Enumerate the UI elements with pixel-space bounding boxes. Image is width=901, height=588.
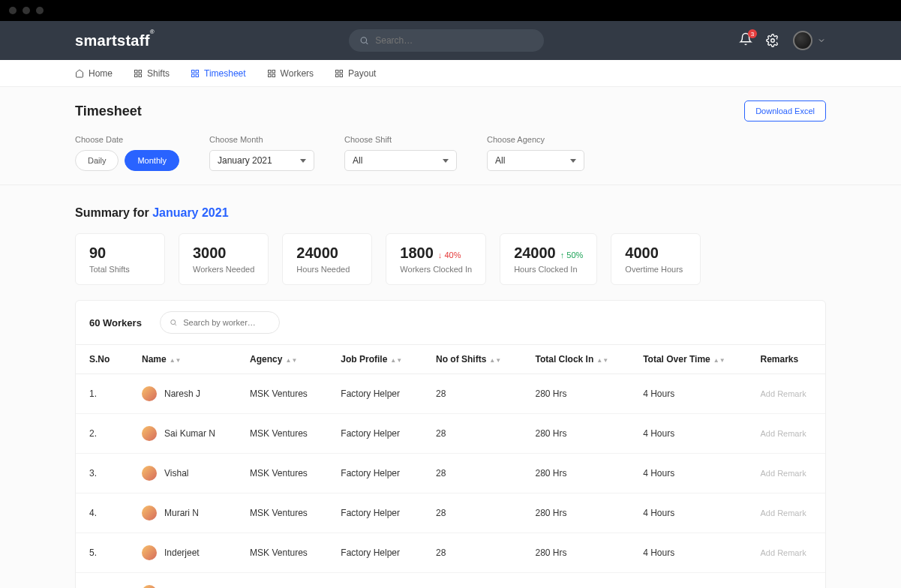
toggle-daily[interactable]: Daily [75, 150, 119, 171]
workers-icon [267, 69, 276, 78]
cell-clockin: 280 Hrs [521, 533, 629, 573]
cell-job: Factory Helper [327, 573, 422, 589]
download-excel-button[interactable]: Download Excel [744, 100, 826, 122]
traffic-light-max[interactable] [36, 7, 44, 14]
add-remark-link[interactable]: Add Remark [761, 508, 806, 518]
caret-down-icon [570, 159, 576, 163]
cell-name: Murari N [128, 494, 236, 533]
traffic-light-close[interactable] [9, 7, 17, 14]
window-chrome [0, 0, 901, 21]
cell-agency: MSK Ventures [236, 454, 327, 494]
cell-sno: 5. [76, 533, 128, 573]
home-icon [75, 69, 84, 78]
svg-rect-5 [139, 74, 142, 77]
notifications-button[interactable]: 3 [739, 32, 752, 49]
add-remark-link[interactable]: Add Remark [761, 548, 806, 557]
traffic-light-min[interactable] [23, 7, 30, 14]
svg-rect-10 [192, 74, 195, 77]
table-section: 60 Workers S.No Name▲▼ Agency▲▼ Job Prof… [75, 300, 826, 588]
filter-choose-agency: Choose Agency All [487, 135, 584, 171]
summary-section: Summary for January 2021 90 Total Shifts… [0, 185, 901, 300]
add-remark-link[interactable]: Add Remark [761, 469, 806, 478]
user-menu[interactable] [793, 31, 826, 50]
svg-rect-9 [196, 74, 199, 77]
table-row[interactable]: 6. Arun Kumar MSK Ventures Factory Helpe… [76, 573, 825, 589]
col-sno[interactable]: S.No [76, 345, 128, 374]
svg-point-0 [362, 38, 367, 43]
svg-rect-8 [196, 70, 199, 73]
row-avatar [142, 426, 157, 441]
worker-name: Vishal [164, 468, 188, 478]
card-value: 1800↓ 40% [400, 244, 472, 262]
search-icon [359, 35, 369, 46]
col-overtime[interactable]: Total Over Time▲▼ [629, 345, 746, 374]
col-agency[interactable]: Agency▲▼ [236, 345, 327, 374]
nav-workers[interactable]: Workers [267, 68, 314, 79]
nav-payout[interactable]: Payout [335, 68, 376, 79]
cell-name: Inderjeet [128, 533, 236, 573]
table-row[interactable]: 4. Murari N MSK Ventures Factory Helper … [76, 494, 825, 533]
filter-choose-date: Choose Date Daily Monthly [75, 135, 179, 171]
worker-name: Sai Kumar N [164, 428, 215, 439]
card-value: 24000 [296, 244, 358, 262]
cell-clockin: 280 Hrs [521, 414, 629, 454]
choose-agency-dropdown[interactable]: All [487, 150, 584, 171]
summary-cards: 90 Total Shifts 3000 Workers Needed 2400… [75, 233, 826, 285]
col-name[interactable]: Name▲▼ [128, 345, 236, 374]
svg-rect-12 [272, 70, 275, 73]
svg-rect-13 [272, 74, 275, 77]
filter-choose-month: Choose Month January 2021 [209, 135, 314, 171]
sort-icon: ▲▼ [285, 358, 297, 362]
svg-rect-14 [268, 74, 271, 77]
cell-shifts: 28 [422, 454, 521, 494]
table-row[interactable]: 2. Sai Kumar N MSK Ventures Factory Help… [76, 414, 825, 454]
choose-shift-label: Choose Shift [344, 135, 457, 144]
table-row[interactable]: 3. Vishal MSK Ventures Factory Helper 28… [76, 454, 825, 494]
table-header-row: S.No Name▲▼ Agency▲▼ Job Profile▲▼ No of… [76, 345, 825, 374]
nav-workers-label: Workers [281, 68, 314, 79]
svg-rect-11 [268, 70, 271, 73]
card-label: Workers Clocked In [400, 265, 472, 274]
nav-payout-label: Payout [348, 68, 376, 79]
col-shifts[interactable]: No of Shifts▲▼ [422, 345, 521, 374]
summary-card: 1800↓ 40% Workers Clocked In [386, 233, 486, 285]
cell-job: Factory Helper [327, 494, 422, 533]
sort-icon: ▲▼ [713, 358, 725, 362]
svg-line-20 [175, 324, 176, 326]
nav-shifts-label: Shifts [147, 68, 170, 79]
cell-job: Factory Helper [327, 454, 422, 494]
grid-icon [134, 69, 143, 78]
choose-agency-label: Choose Agency [487, 135, 584, 144]
svg-rect-3 [135, 70, 138, 73]
settings-icon[interactable] [766, 34, 779, 47]
page-title: Timesheet [75, 104, 142, 119]
nav-home[interactable]: Home [75, 68, 113, 79]
global-search-input[interactable] [375, 35, 533, 46]
choose-agency-value: All [495, 155, 505, 166]
worker-search-input[interactable] [183, 318, 270, 327]
toggle-monthly[interactable]: Monthly [125, 150, 179, 171]
card-label: Hours Needed [296, 265, 358, 274]
row-avatar [142, 506, 157, 520]
cell-shifts: 28 [422, 374, 521, 414]
card-value: 4000 [625, 244, 686, 262]
worker-search[interactable] [160, 311, 280, 334]
global-search[interactable] [349, 29, 544, 52]
cell-sno: 1. [76, 374, 128, 414]
summary-title-month: January 2021 [152, 206, 228, 219]
col-job[interactable]: Job Profile▲▼ [327, 345, 422, 374]
table-row[interactable]: 5. Inderjeet MSK Ventures Factory Helper… [76, 533, 825, 573]
nav-shifts[interactable]: Shifts [134, 68, 170, 79]
col-clockin[interactable]: Total Clock In▲▼ [521, 345, 629, 374]
add-remark-link[interactable]: Add Remark [761, 429, 806, 438]
choose-shift-dropdown[interactable]: All [344, 150, 457, 171]
cell-shifts: 28 [422, 414, 521, 454]
cell-sno: 4. [76, 494, 128, 533]
pct-change: ↑ 50% [560, 250, 584, 260]
table-row[interactable]: 1. Naresh J MSK Ventures Factory Helper … [76, 374, 825, 414]
worker-name: Murari N [164, 508, 199, 518]
summary-card: 24000 Hours Needed [282, 233, 372, 285]
choose-month-dropdown[interactable]: January 2021 [209, 150, 314, 171]
nav-timesheet[interactable]: Timesheet [191, 68, 246, 79]
add-remark-link[interactable]: Add Remark [761, 389, 806, 398]
